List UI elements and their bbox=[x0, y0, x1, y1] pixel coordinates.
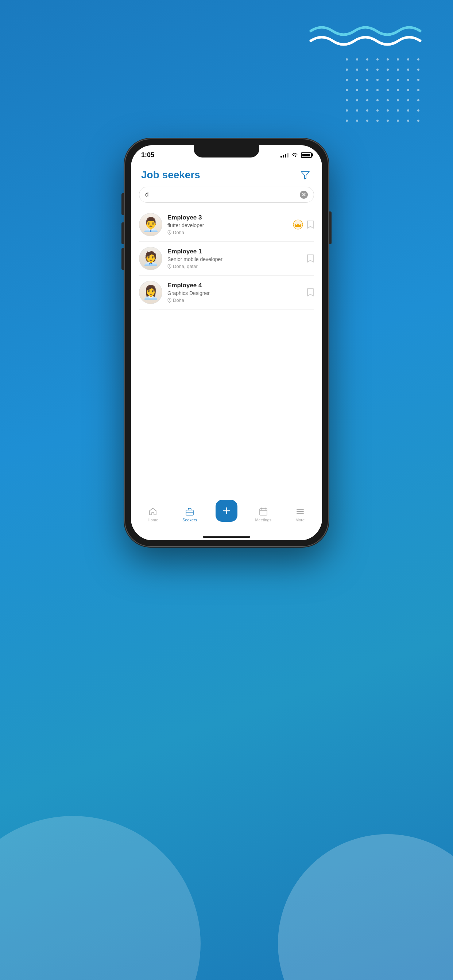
employee-role-emp3: flutter developer bbox=[167, 223, 288, 228]
signal-icon bbox=[281, 153, 289, 158]
svg-rect-6 bbox=[186, 510, 193, 515]
add-button[interactable] bbox=[215, 500, 238, 522]
page-title: Job seekers bbox=[141, 169, 200, 181]
blob-decoration-right bbox=[278, 834, 453, 980]
nav-add[interactable] bbox=[215, 507, 238, 522]
search-input-wrap: ✕ bbox=[139, 187, 314, 203]
wave-decoration bbox=[307, 22, 424, 51]
home-indicator bbox=[131, 533, 322, 540]
employee-actions-emp1 bbox=[307, 254, 314, 263]
wifi-icon bbox=[292, 153, 298, 158]
employee-actions-emp3 bbox=[293, 220, 314, 230]
employee-info-emp1: Employee 1 Senior mobile developer Doha,… bbox=[167, 248, 301, 269]
nav-seekers-label: Seekers bbox=[182, 518, 197, 522]
calendar-icon bbox=[258, 507, 268, 516]
bookmark-icon-emp1[interactable] bbox=[307, 254, 314, 263]
employee-avatar-emp3 bbox=[139, 213, 162, 236]
phone-notch bbox=[194, 145, 259, 158]
nav-home[interactable]: Home bbox=[142, 507, 164, 522]
app-header: Job seekers bbox=[131, 162, 322, 185]
employee-location-emp1: Doha, qatar bbox=[167, 264, 301, 269]
phone-frame: 1:05 Job seekers bbox=[124, 138, 329, 547]
location-pin-icon bbox=[167, 264, 171, 269]
blob-decoration-left bbox=[0, 816, 201, 980]
location-pin-icon bbox=[167, 230, 171, 235]
bookmark-icon-emp4[interactable] bbox=[307, 288, 314, 297]
svg-marker-0 bbox=[301, 172, 309, 179]
employee-item[interactable]: Employee 3 flutter developer Doha bbox=[139, 208, 314, 242]
filter-button[interactable] bbox=[299, 169, 312, 181]
employee-info-emp4: Employee 4 Graphics Designer Doha bbox=[167, 282, 301, 303]
employee-role-emp4: Graphics Designer bbox=[167, 290, 301, 296]
bottom-nav: Home Seekers bbox=[131, 501, 322, 533]
employee-role-emp1: Senior mobile developer bbox=[167, 256, 301, 262]
svg-point-1 bbox=[169, 232, 170, 232]
svg-rect-10 bbox=[260, 509, 267, 515]
location-pin-icon bbox=[167, 298, 171, 303]
phone-screen: 1:05 Job seekers bbox=[131, 145, 322, 540]
search-bar: ✕ bbox=[139, 187, 314, 203]
employee-actions-emp4 bbox=[307, 288, 314, 297]
nav-home-label: Home bbox=[148, 518, 158, 522]
employee-item[interactable]: Employee 4 Graphics Designer Doha bbox=[139, 275, 314, 310]
home-bar bbox=[203, 536, 250, 538]
nav-seekers[interactable]: Seekers bbox=[179, 507, 201, 522]
employee-location-emp4: Doha bbox=[167, 298, 301, 303]
nav-meetings[interactable]: Meetings bbox=[252, 507, 274, 522]
status-icons bbox=[281, 153, 312, 158]
home-icon bbox=[148, 507, 158, 516]
svg-point-4 bbox=[169, 266, 170, 267]
employee-avatar-emp1 bbox=[139, 247, 162, 270]
employee-location-emp3: Doha bbox=[167, 230, 288, 235]
svg-rect-3 bbox=[295, 226, 301, 227]
plus-icon bbox=[222, 506, 231, 516]
battery-icon bbox=[301, 153, 312, 158]
nav-more[interactable]: More bbox=[289, 507, 311, 522]
employee-name-emp1: Employee 1 bbox=[167, 248, 301, 255]
nav-more-label: More bbox=[295, 518, 305, 522]
app-content: Job seekers ✕ bbox=[131, 162, 322, 540]
employee-avatar-emp4 bbox=[139, 281, 162, 304]
employee-info-emp3: Employee 3 flutter developer Doha bbox=[167, 214, 288, 235]
nav-meetings-label: Meetings bbox=[255, 518, 271, 522]
employee-item[interactable]: Employee 1 Senior mobile developer Doha,… bbox=[139, 242, 314, 275]
filter-icon bbox=[301, 170, 310, 180]
dot-grid-decoration: const dotGrid = document.querySelector('… bbox=[346, 58, 424, 126]
status-time: 1:05 bbox=[141, 151, 154, 159]
briefcase-icon bbox=[185, 507, 195, 516]
svg-point-5 bbox=[169, 299, 170, 301]
crown-icon bbox=[293, 220, 303, 230]
employee-list: Employee 3 flutter developer Doha bbox=[131, 208, 322, 501]
menu-icon bbox=[295, 507, 305, 516]
search-clear-button[interactable]: ✕ bbox=[300, 191, 308, 199]
employee-name-emp4: Employee 4 bbox=[167, 282, 301, 289]
employee-name-emp3: Employee 3 bbox=[167, 214, 288, 221]
search-input[interactable] bbox=[145, 191, 297, 198]
bookmark-icon-emp3[interactable] bbox=[307, 220, 314, 229]
